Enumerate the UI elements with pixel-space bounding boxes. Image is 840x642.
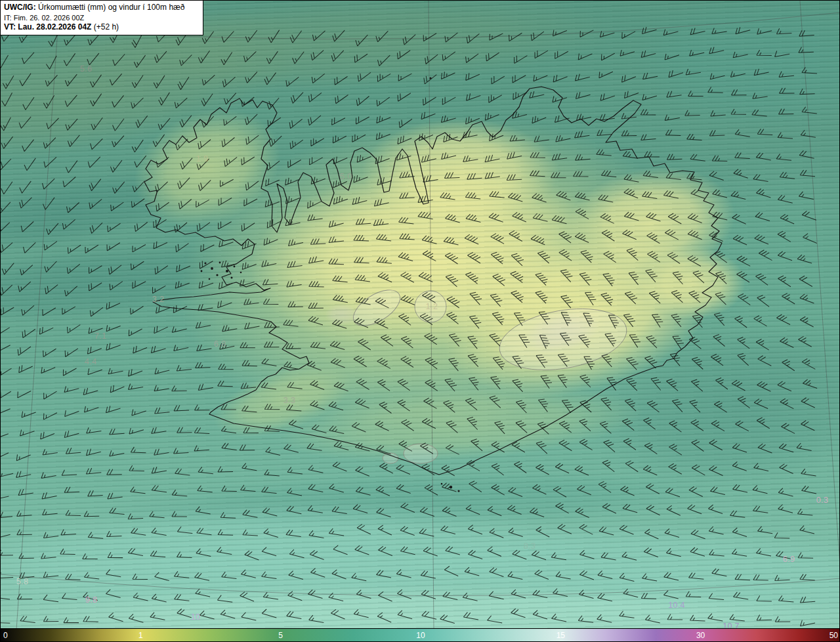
colorbar-tick: 1	[138, 631, 143, 640]
precip-colorbar: 01510153050	[1, 628, 840, 641]
model-id: UWC/IG:	[4, 3, 36, 12]
colorbar-tick: 5	[278, 631, 283, 640]
colorbar-tick: 10	[416, 631, 425, 640]
colorbar-tick: 0	[3, 631, 8, 640]
weather-map: 5.61.95.03.21.27.16.84.43.30.38.36.95.89…	[0, 0, 840, 642]
init-time-value: Fim. 26. 02. 2026 00Z	[14, 14, 85, 22]
map-canvas	[1, 1, 840, 630]
colorbar-tick: 15	[556, 631, 565, 640]
valid-time: VT: Lau. 28.02.2026 04Z (+52 h)	[4, 22, 199, 33]
colorbar-tick: 30	[696, 631, 705, 640]
init-time-label: IT:	[4, 14, 12, 22]
valid-time-value: VT: Lau. 28.02.2026 04Z	[4, 22, 91, 32]
forecast-header: UWC/IG: Úrkomumætti (mm) og vindur í 100…	[1, 1, 203, 35]
init-time: IT: Fim. 26. 02. 2026 00Z	[4, 13, 199, 22]
valid-time-offset: (+52 h)	[94, 22, 119, 32]
product-title: UWC/IG: Úrkomumætti (mm) og vindur í 100…	[4, 3, 199, 13]
colorbar-tick: 50	[830, 631, 838, 640]
product-description: Úrkomumætti (mm) og vindur í 100m hæð	[38, 3, 184, 12]
